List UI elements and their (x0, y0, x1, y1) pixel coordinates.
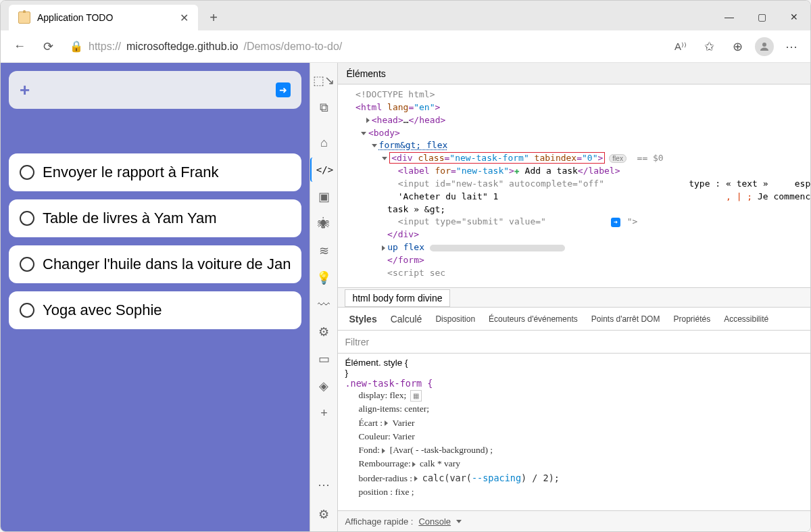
checkbox-icon[interactable] (20, 303, 34, 318)
svg-point-0 (762, 43, 766, 47)
app-page: + ➜ Envoyer le rapport à Frank Table de … (1, 63, 310, 532)
checkbox-icon[interactable] (20, 257, 34, 272)
task-label: Envoyer le rapport à Frank (43, 164, 218, 181)
browser-toolbar: ← ⟳ 🔒 https://microsoftedge.github.io/De… (1, 30, 810, 63)
expand-icon[interactable] (414, 476, 418, 481)
filter-input[interactable]: Filtrer (345, 337, 369, 347)
task-item[interactable]: Changer l'huile dans la voiture de Jan (9, 245, 301, 283)
url-path: /Demos/demo-to-do/ (243, 41, 342, 53)
favorite-icon[interactable]: ✩ (698, 36, 720, 57)
breadcrumb[interactable]: html body form divine (338, 287, 811, 308)
plus-icon: + (20, 80, 30, 101)
add-icon[interactable]: + (310, 401, 337, 425)
dom-tree[interactable]: <!DOCTYPE html> <html lang="en"> <head>…… (338, 84, 811, 287)
profile-icon[interactable] (755, 37, 774, 56)
devtools-panel: Éléments ✕ <!DOCTYPE html> <html lang="e… (338, 63, 811, 532)
back-button[interactable]: ← (9, 36, 30, 57)
lighthouse-icon[interactable]: ◈ (310, 374, 337, 398)
tab-computed[interactable]: Calculé (385, 310, 428, 329)
checkbox-icon[interactable] (20, 211, 34, 226)
memory-icon[interactable]: 〰 (310, 293, 337, 317)
new-tab-button[interactable]: + (203, 7, 224, 28)
sources-icon[interactable]: 🕷 (310, 212, 337, 236)
lock-icon: 🔒 (70, 40, 83, 53)
tab-properties[interactable]: Propriétés (668, 310, 716, 328)
inspect-icon[interactable]: ⬚↘ (310, 68, 337, 93)
collapse-icon[interactable] (361, 132, 366, 135)
checkbox-icon[interactable] (20, 165, 34, 180)
collapse-icon[interactable] (382, 157, 387, 160)
tab-dom-breakpoints[interactable]: Points d'arrêt DOM (586, 310, 666, 328)
task-item[interactable]: Table de livres à Yam Yam (9, 199, 301, 237)
panel-title: Éléments (346, 68, 385, 79)
expand-icon[interactable] (382, 448, 385, 454)
expand-icon[interactable] (382, 245, 385, 251)
expand-icon[interactable] (412, 462, 416, 467)
filter-bar: Filtrer : Table. Classe + ▥ ⇥ (338, 331, 811, 354)
new-task-form[interactable]: + ➜ (9, 71, 301, 109)
tab-listeners[interactable]: Écouteurs d'événements (483, 310, 583, 328)
task-label: Changer l'huile dans la voiture de Jan (43, 256, 291, 273)
tab-styles[interactable]: Styles (343, 310, 382, 329)
clipboard-icon (18, 11, 30, 24)
expand-icon[interactable] (366, 118, 370, 123)
devtools-header: Éléments ✕ (338, 63, 811, 84)
tab-title: Application TODO (37, 12, 113, 23)
task-label: Table de livres à Yam Yam (43, 210, 217, 227)
application-icon[interactable]: ⚙ (310, 320, 337, 344)
tab-accessibility[interactable]: Accessibilité (718, 310, 774, 328)
console-icon[interactable]: ▣ (310, 185, 337, 209)
expand-icon[interactable] (385, 420, 388, 426)
minimize-button[interactable]: — (713, 3, 745, 30)
flex-editor-icon[interactable]: ▦ (410, 390, 422, 402)
collections-icon[interactable]: ⊕ (727, 36, 748, 57)
task-item[interactable]: Yoga avec Sophie (9, 291, 301, 329)
settings-icon[interactable]: ⚙ (310, 502, 337, 527)
url-host: microsoftedge.github.io (126, 41, 238, 53)
welcome-icon[interactable]: ⌂ (310, 130, 337, 155)
tab-layout[interactable]: Disposition (430, 310, 481, 328)
task-item[interactable]: Envoyer le rapport à Frank (9, 153, 301, 191)
element-style: Élément. style { (345, 358, 811, 368)
submit-button[interactable]: ➜ (276, 82, 291, 97)
task-label: Yoga avec Sophie (43, 301, 162, 319)
menu-icon[interactable]: ⋯ (781, 36, 802, 57)
read-aloud-icon[interactable]: A⁾⁾ (670, 36, 691, 57)
devtools-footer: Affichage rapide : Console ⎘ ⌃ (338, 510, 811, 532)
selector: .new-task-form { (345, 378, 433, 389)
arrow-icon: ➜ (611, 218, 620, 227)
maximize-button[interactable]: ▢ (745, 3, 778, 30)
window-controls: — ▢ ✕ (713, 3, 810, 30)
performance-icon[interactable]: 💡 (310, 266, 337, 290)
more-icon[interactable]: ⋯ (310, 473, 337, 497)
devtools-sidebar: ⬚↘ ⧉ ⌂ </> ▣ 🕷 ≋ 💡 〰 ⚙ ▭ ◈ + ⋯ ⚙ (310, 63, 338, 532)
collapse-icon[interactable] (372, 144, 377, 147)
titlebar: Application TODO ✕ + — ▢ ✕ (1, 1, 810, 30)
footer-label: Affichage rapide : (345, 516, 413, 527)
chevron-down-icon[interactable] (456, 520, 462, 523)
close-window-button[interactable]: ✕ (778, 3, 810, 30)
styles-tabs: Styles Calculé Disposition Écouteurs d'é… (338, 308, 811, 331)
scrollbar[interactable] (430, 245, 565, 251)
security-icon[interactable]: ▭ (310, 347, 337, 371)
refresh-button[interactable]: ⟳ (37, 36, 59, 57)
browser-tab[interactable]: Application TODO ✕ (9, 5, 198, 30)
close-tab-icon[interactable]: ✕ (180, 11, 189, 24)
console-drawer-link[interactable]: Console (418, 516, 451, 527)
elements-icon[interactable]: </> (310, 158, 337, 182)
address-bar[interactable]: 🔒 https://microsoftedge.github.io/Demos/… (66, 34, 663, 59)
network-icon[interactable]: ≋ (310, 239, 337, 263)
device-icon[interactable]: ⧉ (310, 95, 337, 120)
url-protocol: https:// (89, 41, 121, 53)
selected-node[interactable]: <div class="new-task-form" tabindex="0"> (389, 152, 605, 164)
styles-pane[interactable]: Élément. style { } .new-task-form {to-do… (338, 354, 811, 510)
